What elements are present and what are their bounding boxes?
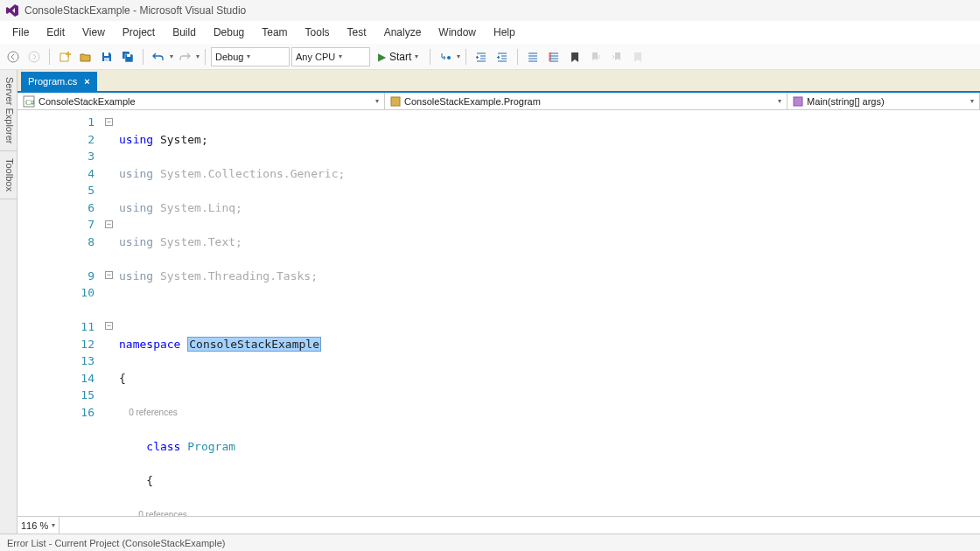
svg-rect-10 <box>391 97 400 106</box>
fold-toggle[interactable]: − <box>105 118 113 126</box>
vs-logo-icon <box>5 3 19 17</box>
prev-bookmark-button[interactable] <box>586 47 606 66</box>
menu-tools[interactable]: Tools <box>297 23 339 42</box>
editor-footer: 116 % ▾ <box>18 516 980 534</box>
lineno: 13 <box>18 352 105 370</box>
status-bar: Error List - Current Project (ConsoleSta… <box>0 534 980 551</box>
platform-dropdown[interactable]: Any CPU▾ <box>291 47 370 66</box>
svg-rect-5 <box>127 54 130 57</box>
csharp-project-icon: C# <box>23 95 35 108</box>
bookmark-button[interactable] <box>565 47 584 66</box>
codelens-references[interactable]: 0 references <box>138 510 187 517</box>
undo-button[interactable] <box>149 47 168 66</box>
lineno: 7 <box>18 216 105 234</box>
fold-toggle[interactable]: − <box>105 220 113 228</box>
nav-project-label: ConsoleStackExample <box>38 96 136 107</box>
lineno: 11 <box>18 318 105 336</box>
side-tab-well: Server Explorer Toolbox <box>0 70 18 534</box>
play-icon: ▶ <box>378 51 386 63</box>
lineno: 2 <box>18 131 105 149</box>
nav-class-dropdown[interactable]: ConsoleStackExample.Program ▾ <box>385 93 788 109</box>
indent-more-button[interactable] <box>493 47 512 66</box>
window-title: ConsoleStackExample - Microsoft Visual S… <box>24 4 246 17</box>
menu-window[interactable]: Window <box>430 23 485 42</box>
uncomment-button[interactable] <box>544 47 564 66</box>
code-content[interactable]: using System; using System.Collections.G… <box>119 110 980 516</box>
menu-build[interactable]: Build <box>164 23 205 42</box>
status-text: Error List - Current Project (ConsoleSta… <box>7 538 225 548</box>
selected-identifier: ConsoleStackExample <box>187 337 321 352</box>
lineno: 4 <box>18 165 105 183</box>
svg-point-6 <box>447 56 451 59</box>
lineno: 10 <box>18 284 105 302</box>
indent-less-button[interactable] <box>472 47 491 66</box>
nav-project-dropdown[interactable]: C# ConsoleStackExample ▾ <box>18 93 385 109</box>
nav-fwd-button[interactable] <box>24 47 44 66</box>
svg-point-0 <box>8 52 18 62</box>
lineno: 14 <box>18 370 105 387</box>
navigation-bar: C# ConsoleStackExample ▾ ConsoleStackExa… <box>18 91 980 110</box>
menu-help[interactable]: Help <box>485 23 524 42</box>
tab-strip: Program.cs × <box>18 70 980 91</box>
menu-edit[interactable]: Edit <box>38 23 74 42</box>
nav-member-dropdown[interactable]: Main(string[] args) ▾ <box>788 93 980 109</box>
clear-bookmarks-button[interactable] <box>628 47 648 66</box>
menu-view[interactable]: View <box>74 23 114 42</box>
nav-class-label: ConsoleStackExample.Program <box>404 96 541 107</box>
save-button[interactable] <box>97 47 116 66</box>
config-dropdown[interactable]: Debug▾ <box>211 47 290 66</box>
zoom-dropdown[interactable]: 116 % ▾ <box>18 517 60 534</box>
config-value: Debug <box>215 52 243 62</box>
lineno: 3 <box>18 148 105 165</box>
lineno: 8 <box>18 234 105 251</box>
open-button[interactable] <box>76 47 95 66</box>
menu-file[interactable]: File <box>4 23 38 42</box>
start-label: Start <box>389 51 411 63</box>
lineno: 16 <box>18 404 105 422</box>
menu-test[interactable]: Test <box>339 23 375 42</box>
file-tab-program[interactable]: Program.cs × <box>21 72 97 91</box>
server-explorer-tab[interactable]: Server Explorer <box>0 70 17 151</box>
toolbox-tab[interactable]: Toolbox <box>0 151 17 199</box>
title-bar: ConsoleStackExample - Microsoft Visual S… <box>0 0 980 21</box>
next-bookmark-button[interactable] <box>607 47 626 66</box>
toolbar: ▾ ▾ Debug▾ Any CPU▾ ▶ Start ▾ ▾ <box>0 44 980 70</box>
platform-value: Any CPU <box>296 52 335 62</box>
start-button[interactable]: ▶ Start ▾ <box>372 47 424 66</box>
editor-area: Program.cs × C# ConsoleStackExample ▾ Co… <box>18 70 980 534</box>
svg-rect-7 <box>549 52 551 61</box>
step-into-button[interactable] <box>436 47 455 66</box>
save-all-button[interactable] <box>118 47 137 66</box>
menu-bar: File Edit View Project Build Debug Team … <box>0 21 980 44</box>
menu-team[interactable]: Team <box>253 23 296 42</box>
line-number-gutter: 1 2 3 4 5 6 7 8 9 10 11 12 13 14 15 16 <box>18 110 105 516</box>
nav-back-button[interactable] <box>4 47 23 66</box>
redo-button[interactable] <box>175 47 194 66</box>
codelens-references[interactable]: 0 references <box>129 408 178 417</box>
new-project-button[interactable] <box>55 47 74 66</box>
redo-dropdown-caret[interactable]: ▾ <box>196 52 200 60</box>
fold-toggle[interactable]: − <box>105 322 113 330</box>
menu-project[interactable]: Project <box>114 23 164 42</box>
class-icon <box>390 96 401 107</box>
workspace: Server Explorer Toolbox Program.cs × C# … <box>0 70 980 534</box>
lineno: 9 <box>18 268 105 285</box>
nav-member-label: Main(string[] args) <box>807 96 885 107</box>
menu-analyze[interactable]: Analyze <box>375 23 430 42</box>
code-editor[interactable]: 1 2 3 4 5 6 7 8 9 10 11 12 13 14 15 16 − <box>18 110 980 516</box>
svg-rect-4 <box>104 58 109 61</box>
menu-debug[interactable]: Debug <box>205 23 253 42</box>
lineno: 6 <box>18 199 105 217</box>
fold-toggle[interactable]: − <box>105 271 113 279</box>
lineno: 5 <box>18 182 105 199</box>
undo-dropdown-caret[interactable]: ▾ <box>170 52 173 60</box>
svg-text:C#: C# <box>25 98 35 107</box>
comment-button[interactable] <box>523 47 542 66</box>
fold-gutter: − − − − <box>105 110 119 516</box>
svg-rect-3 <box>104 52 108 56</box>
lineno: 15 <box>18 387 105 404</box>
close-tab-icon[interactable]: × <box>84 76 89 87</box>
method-icon <box>793 96 803 107</box>
svg-point-1 <box>29 52 39 62</box>
lineno: 1 <box>18 114 105 131</box>
